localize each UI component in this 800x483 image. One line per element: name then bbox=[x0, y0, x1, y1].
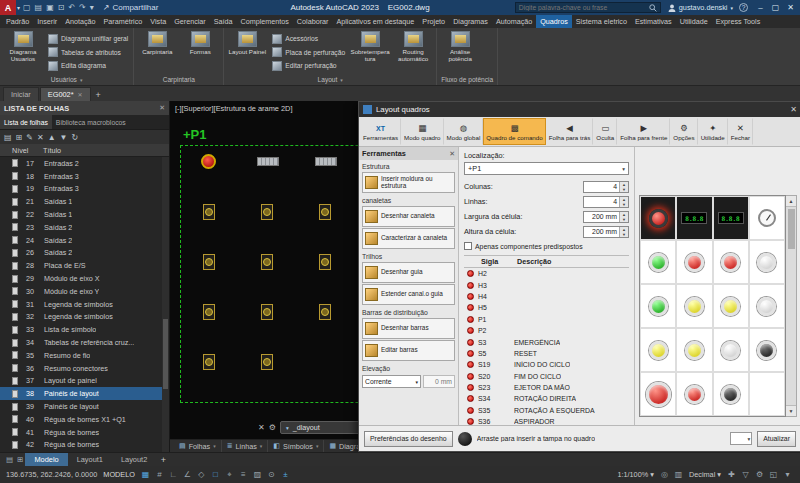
space-indicator[interactable]: MODELO bbox=[103, 470, 135, 479]
palette-cell-digital-display[interactable]: 8.8.8 bbox=[713, 196, 749, 240]
palette-cell-red-button[interactable] bbox=[676, 240, 712, 284]
maximize-button[interactable]: ▢ bbox=[768, 3, 783, 12]
ribbon-button-acessorios[interactable]: Acessórios bbox=[270, 34, 347, 44]
canvas-tab-linhas[interactable]: ≣Linhas▾ bbox=[222, 440, 269, 452]
palette-cell-black-button[interactable] bbox=[713, 372, 749, 416]
viewport-controls[interactable]: [-][Superior][Estrutura de arame 2D] bbox=[175, 104, 292, 113]
component-symbol[interactable] bbox=[203, 304, 215, 320]
cover-select[interactable]: ▾ bbox=[730, 432, 752, 445]
open-icon[interactable]: ▤ bbox=[35, 3, 43, 12]
sheet-row[interactable]: 18Entradas 3 bbox=[0, 170, 169, 183]
dynamic-input-icon[interactable]: ± bbox=[279, 468, 292, 481]
sheet-row[interactable]: 23Saídas 2 bbox=[0, 221, 169, 234]
ribbon-tab-estimativas[interactable]: Estimativas bbox=[631, 15, 676, 28]
dialog-tool-quadro-de-comando[interactable]: ▩Quadro de comando bbox=[483, 118, 545, 145]
sheet-row[interactable]: 32Legenda de símbolos bbox=[0, 311, 169, 324]
sheet-row[interactable]: 30Módulo de eixo Y bbox=[0, 285, 169, 298]
ribbon-tab-parametrico[interactable]: Paramétrico bbox=[100, 15, 147, 28]
ribbon-button-routing-automatico[interactable]: Routing automático bbox=[393, 30, 433, 74]
move-down-icon[interactable]: ▼ bbox=[60, 133, 68, 142]
ribbon-group-caption-carpintaria[interactable]: Carpintaria bbox=[134, 74, 223, 85]
ribbon-button-diagrama-usuarios[interactable]: Diagrama Usuarios bbox=[3, 30, 43, 74]
column-titulo[interactable]: Título bbox=[34, 146, 169, 155]
layout-list-icon[interactable]: ▤ bbox=[6, 455, 13, 464]
sheet-row[interactable]: 42Régua de bornes bbox=[0, 439, 169, 452]
caret-down-icon[interactable]: ▾ bbox=[781, 468, 794, 481]
user-account-button[interactable]: gustavo.denski ▾ bbox=[668, 3, 733, 12]
dialog-tool-folha-para-frente[interactable]: ▶Folha para frente bbox=[617, 118, 670, 145]
dialog-tool-modo-quadro[interactable]: ▦Modo quadro bbox=[401, 118, 443, 145]
snap-icon[interactable]: # bbox=[153, 468, 166, 481]
component-row[interactable]: H5 bbox=[464, 302, 629, 313]
ribbon-tab-saida[interactable]: Saída bbox=[210, 15, 237, 28]
palette-cell-yellow-button[interactable] bbox=[676, 284, 712, 328]
ribbon-tab-express-tools[interactable]: Express Tools bbox=[712, 15, 765, 28]
file-tab-iniciar[interactable]: Iniciar bbox=[3, 87, 39, 101]
undo-icon[interactable]: ↶ bbox=[68, 3, 75, 12]
add-scale-icon[interactable]: ✚ bbox=[725, 468, 738, 481]
ribbon-tab-utilidade[interactable]: Utilidade bbox=[676, 15, 712, 28]
component-row[interactable]: S36ASPIRADOR bbox=[464, 416, 629, 425]
tool-button-inserir-moldura-ou-estrutura[interactable]: Inserir moldura ou estrutura bbox=[362, 172, 455, 193]
sheet-row[interactable]: 26Saídas 2 bbox=[0, 247, 169, 260]
panel-scrollbar[interactable] bbox=[162, 157, 169, 452]
palette-cell-yellow-button[interactable] bbox=[676, 328, 712, 372]
sheet-row[interactable]: 41Régua de bornes bbox=[0, 426, 169, 439]
new-sheet-icon[interactable]: ▤ bbox=[4, 133, 12, 142]
layout-grid-icon[interactable]: ⊞ bbox=[17, 455, 23, 464]
ribbon-button-formas[interactable]: Formas bbox=[180, 30, 220, 74]
ribbon-tab-colaborar[interactable]: Colaborar bbox=[293, 15, 333, 28]
component-row[interactable]: H4 bbox=[464, 291, 629, 302]
redo-icon[interactable]: ↷ bbox=[79, 3, 86, 12]
canvas-tab-folhas[interactable]: ▤Folhas▾ bbox=[174, 440, 222, 452]
annotation-visibility-icon[interactable]: ◎ bbox=[658, 468, 671, 481]
dialog-titlebar[interactable]: Layout quadros ✕ bbox=[359, 102, 800, 117]
fullscreen-icon[interactable]: ◱ bbox=[767, 468, 780, 481]
panel-tab-biblioteca-macroblocos[interactable]: Biblioteca macroblocos bbox=[52, 115, 130, 129]
ribbon-tab-diagramas[interactable]: Diagramas bbox=[449, 15, 492, 28]
polar-icon[interactable]: ∠ bbox=[181, 468, 194, 481]
canvas-tab-simbolos[interactable]: ◧Símbolos▾ bbox=[268, 440, 324, 452]
sheet-row[interactable]: 36Resumo conectores bbox=[0, 362, 169, 375]
help-icon[interactable]: ? bbox=[739, 3, 748, 12]
layout-tab-layout2[interactable]: Layout2 bbox=[112, 453, 156, 466]
sheet-row[interactable]: 38Painéis de layout bbox=[0, 387, 169, 400]
ribbon-tab-aplicativos-em-destaque[interactable]: Aplicativos em destaque bbox=[332, 15, 418, 28]
minimize-button[interactable]: – bbox=[753, 3, 768, 12]
component-row[interactable]: S5RESET bbox=[464, 348, 629, 359]
ribbon-button-placa-de-perfuracao[interactable]: Placa de perfuração bbox=[270, 47, 347, 57]
close-button[interactable]: ✕ bbox=[783, 3, 798, 12]
ribbon-tab-anotacao[interactable]: Anotação bbox=[61, 15, 99, 28]
scrollbar-thumb[interactable] bbox=[163, 319, 168, 389]
component-symbol[interactable] bbox=[261, 304, 273, 320]
rows-stepper[interactable]: 4 ▲▼ bbox=[583, 196, 629, 208]
ribbon-group-caption-fluxo-de-potencia[interactable]: Fluxo de potência bbox=[437, 74, 497, 85]
palette-scrollbar[interactable]: ▲ ▼ bbox=[786, 195, 797, 417]
ribbon-tab-complementos[interactable]: Complementos bbox=[237, 15, 293, 28]
ribbon-button-diagrama-unifilar-geral[interactable]: Diagrama unifilar geral bbox=[46, 34, 130, 44]
search-box[interactable] bbox=[515, 2, 661, 13]
file-tab-eg002[interactable]: EG002*✕ bbox=[40, 87, 91, 101]
ribbon-button-edita-diagrama[interactable]: Edita diagrama bbox=[46, 61, 130, 71]
stepper-arrows[interactable]: ▲▼ bbox=[619, 197, 628, 207]
sheet-row[interactable]: 28Placa de E/S bbox=[0, 259, 169, 272]
isometric-icon[interactable]: ◇ bbox=[195, 468, 208, 481]
component-symbol[interactable] bbox=[319, 204, 331, 220]
dialog-tool-oculta[interactable]: ▭Oculta bbox=[593, 118, 617, 145]
sheet-row[interactable]: 31Legenda de símbolos bbox=[0, 298, 169, 311]
columns-stepper[interactable]: 4 ▲▼ bbox=[583, 181, 629, 193]
elevation-select[interactable]: Corrente ▾ bbox=[362, 375, 421, 388]
tool-button-estender-canal-o-guia[interactable]: Estender canal.o guia bbox=[362, 284, 455, 305]
layout-tab-layout1[interactable]: Layout1 bbox=[68, 453, 112, 466]
tools-close-icon[interactable]: ✕ bbox=[449, 150, 455, 158]
predisposed-checkbox-row[interactable]: Apenas componentes predispostos bbox=[464, 239, 629, 253]
component-row[interactable]: S34ROTAÇÃO DIREITA bbox=[464, 393, 629, 404]
cover-drag-handle[interactable] bbox=[458, 432, 472, 446]
tool-button-caracterizar-a-canaleta[interactable]: Caracterizar à canaleta bbox=[362, 228, 455, 249]
component-row[interactable]: S23EJETOR DA MÃO bbox=[464, 382, 629, 393]
dialog-tool-utilidade[interactable]: ✦Utilidade bbox=[698, 118, 728, 145]
dialog-tool-opcoes[interactable]: ⚙Opções bbox=[670, 118, 697, 145]
osnap-icon[interactable]: □ bbox=[209, 468, 222, 481]
palette-cell-green-button[interactable] bbox=[640, 240, 676, 284]
dialog-tool-ferramentas[interactable]: XTFerramentas bbox=[360, 118, 401, 145]
